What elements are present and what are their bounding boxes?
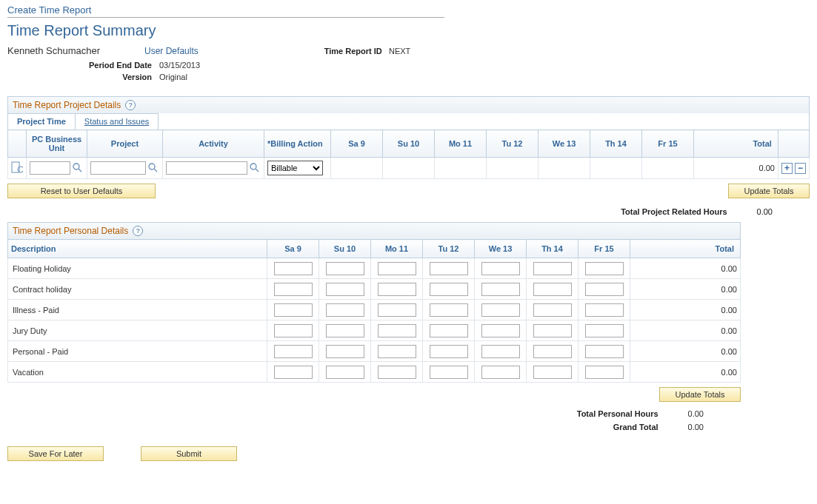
help-icon[interactable]: ?: [133, 226, 143, 236]
hours-input[interactable]: [378, 262, 416, 275]
hours-input[interactable]: [430, 283, 468, 296]
hours-input[interactable]: [326, 283, 364, 296]
hours-input[interactable]: [378, 366, 416, 379]
col-activity[interactable]: Activity: [163, 130, 264, 158]
hours-input[interactable]: [585, 366, 624, 379]
col-pc-business-unit[interactable]: PC Business Unit: [27, 130, 87, 158]
update-totals-project-button[interactable]: Update Totals: [728, 184, 810, 198]
col-total[interactable]: Total: [694, 130, 778, 158]
hours-input[interactable]: [430, 262, 468, 275]
col-tu12[interactable]: Tu 12: [487, 130, 538, 158]
reset-user-defaults-button[interactable]: Reset to User Defaults: [7, 184, 156, 198]
pcol-mo11[interactable]: Mo 11: [371, 240, 423, 258]
pcol-we13[interactable]: We 13: [475, 240, 527, 258]
add-row-icon[interactable]: +: [781, 163, 793, 174]
personal-row-desc: Jury Duty: [8, 320, 267, 341]
tab-project-time[interactable]: Project Time: [7, 113, 76, 130]
hours-input[interactable]: [326, 324, 364, 337]
row-detail-icon[interactable]: [11, 161, 23, 173]
project-input[interactable]: [90, 161, 146, 175]
hours-input[interactable]: [481, 345, 520, 358]
hours-input[interactable]: [585, 345, 624, 358]
svg-line-8: [256, 169, 259, 172]
pcol-th14[interactable]: Th 14: [527, 240, 578, 258]
col-th14[interactable]: Th 14: [590, 130, 642, 158]
hours-input[interactable]: [326, 303, 364, 317]
help-icon[interactable]: ?: [125, 100, 136, 110]
pcol-description[interactable]: Description: [8, 240, 267, 258]
personal-row-total: 0.00: [630, 300, 741, 320]
hours-input[interactable]: [430, 345, 468, 358]
hours-input[interactable]: [585, 283, 624, 296]
personal-row-desc: Contract holiday: [8, 279, 267, 300]
lookup-icon[interactable]: [249, 162, 261, 174]
report-id-value: NEXT: [389, 47, 410, 56]
col-we13[interactable]: We 13: [538, 130, 590, 158]
pcol-fr15[interactable]: Fr 15: [578, 240, 630, 258]
update-totals-personal-button[interactable]: Update Totals: [659, 387, 741, 402]
col-project[interactable]: Project: [87, 130, 163, 158]
hours-input[interactable]: [533, 345, 572, 358]
hours-input[interactable]: [533, 283, 572, 296]
svg-line-6: [154, 169, 157, 172]
hours-input[interactable]: [326, 345, 364, 358]
hours-input[interactable]: [378, 324, 416, 337]
hours-input[interactable]: [326, 262, 364, 275]
hours-input[interactable]: [481, 283, 520, 296]
hours-input[interactable]: [430, 324, 468, 337]
submit-button[interactable]: Submit: [141, 446, 237, 461]
user-defaults-link[interactable]: User Defaults: [144, 46, 199, 56]
hours-input[interactable]: [378, 283, 416, 296]
hours-input[interactable]: [533, 324, 572, 337]
hours-input[interactable]: [378, 303, 416, 317]
delete-row-icon[interactable]: −: [795, 163, 806, 174]
pcol-su10[interactable]: Su 10: [319, 240, 371, 258]
hours-input[interactable]: [430, 303, 468, 317]
meta-label-version: Version: [81, 73, 152, 81]
lookup-icon[interactable]: [147, 162, 159, 174]
hours-input[interactable]: [274, 366, 313, 379]
hours-input[interactable]: [481, 303, 520, 317]
hours-input[interactable]: [274, 345, 313, 358]
hours-input[interactable]: [326, 366, 364, 379]
project-section-header: Time Report Project Details ?: [7, 96, 810, 113]
svg-line-4: [79, 169, 81, 172]
hours-input[interactable]: [274, 303, 313, 317]
hours-input[interactable]: [274, 324, 313, 337]
personal-row: Floating Holiday0.00: [8, 258, 741, 279]
pcol-sa9[interactable]: Sa 9: [267, 240, 319, 258]
total-personal-hours-value: 0.00: [688, 409, 704, 418]
pcol-tu12[interactable]: Tu 12: [423, 240, 475, 258]
hours-input[interactable]: [533, 303, 572, 317]
hours-input[interactable]: [585, 303, 624, 317]
pcol-total[interactable]: Total: [630, 240, 741, 258]
col-mo11[interactable]: Mo 11: [435, 130, 487, 158]
pc-business-unit-input[interactable]: [30, 161, 70, 175]
col-sa9[interactable]: Sa 9: [331, 130, 383, 158]
hours-input[interactable]: [533, 366, 572, 379]
hours-input[interactable]: [378, 345, 416, 358]
personal-row-desc: Personal - Paid: [8, 341, 267, 362]
hours-input[interactable]: [585, 262, 624, 275]
billing-action-select[interactable]: Billable: [267, 161, 323, 175]
save-for-later-button[interactable]: Save For Later: [7, 446, 104, 461]
header-row: Kenneth Schumacher User Defaults Time Re…: [7, 45, 810, 56]
header-meta: Period End Date 03/15/2013 Version Origi…: [81, 61, 810, 81]
hours-input[interactable]: [585, 324, 624, 337]
hours-input[interactable]: [481, 324, 520, 337]
hours-input[interactable]: [481, 366, 520, 379]
col-su10[interactable]: Su 10: [383, 130, 435, 158]
activity-input[interactable]: [166, 161, 247, 175]
meta-value-version: Original: [159, 73, 187, 81]
hours-input[interactable]: [481, 262, 520, 275]
hours-input[interactable]: [274, 262, 313, 275]
tab-status-issues[interactable]: Status and Issues: [75, 113, 159, 130]
lookup-icon[interactable]: [72, 162, 84, 174]
hours-input[interactable]: [274, 283, 313, 296]
hours-input[interactable]: [430, 366, 468, 379]
svg-point-7: [250, 164, 256, 169]
personal-row: Personal - Paid0.00: [8, 341, 741, 362]
col-billing-action[interactable]: *Billing Action: [264, 130, 331, 158]
col-fr15[interactable]: Fr 15: [642, 130, 694, 158]
hours-input[interactable]: [533, 262, 572, 275]
